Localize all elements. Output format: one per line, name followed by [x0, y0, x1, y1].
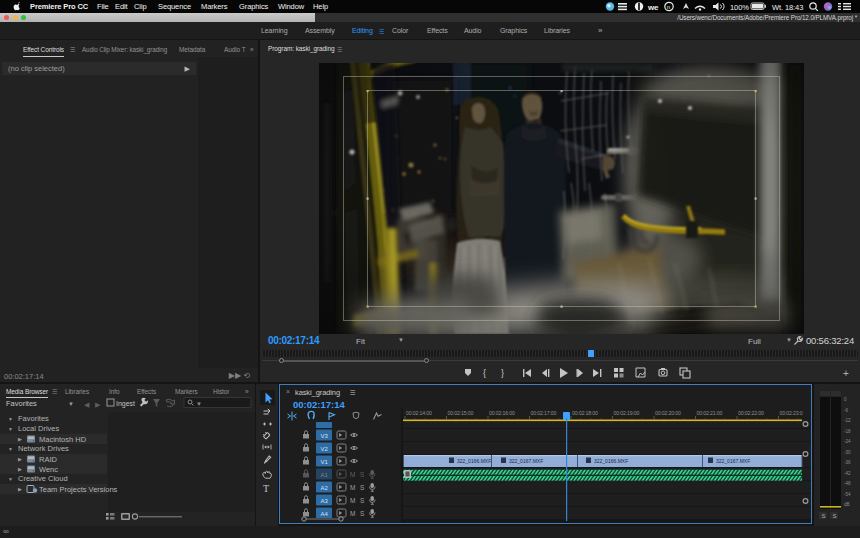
svg-text:▼: ▼	[196, 401, 202, 407]
svg-text:▶: ▶	[95, 401, 101, 408]
svg-text:-12: -12	[844, 418, 851, 423]
svg-text:-54: -54	[844, 492, 851, 497]
svg-text:Ingest: Ingest	[116, 400, 135, 408]
svg-text:Macintosh HD: Macintosh HD	[39, 435, 87, 444]
svg-text:-42: -42	[844, 471, 851, 476]
svg-text:V2: V2	[321, 446, 329, 452]
svg-text:-48: -48	[844, 481, 851, 486]
svg-text:Favorites: Favorites	[18, 414, 49, 423]
svg-text:we: we	[647, 3, 659, 12]
svg-text:▼: ▼	[8, 476, 13, 482]
svg-text:dB: dB	[844, 502, 850, 507]
svg-text:Team Projects Versions: Team Projects Versions	[39, 485, 118, 494]
svg-text:Wt. 18:43: Wt. 18:43	[772, 3, 803, 12]
svg-text:00:02:15:00: 00:02:15:00	[448, 410, 474, 416]
svg-text:▼: ▼	[68, 401, 74, 407]
svg-text:S: S	[360, 484, 365, 491]
svg-text:A4: A4	[321, 511, 329, 517]
svg-text:S: S	[822, 513, 826, 519]
svg-text:100%: 100%	[730, 3, 749, 12]
svg-text:00:02:21:00: 00:02:21:00	[697, 410, 723, 416]
svg-text:A2: A2	[321, 485, 329, 491]
svg-text:322_0167.MXF: 322_0167.MXF	[716, 458, 750, 464]
svg-text:00:02:20:00: 00:02:20:00	[655, 410, 681, 416]
svg-text:+: +	[843, 368, 849, 379]
svg-text:Local Drives: Local Drives	[18, 424, 60, 433]
svg-text:V3: V3	[321, 433, 329, 439]
svg-text:00:02:17:00: 00:02:17:00	[531, 410, 557, 416]
svg-text:00:02:16:00: 00:02:16:00	[489, 410, 515, 416]
svg-text:▶: ▶	[18, 456, 22, 462]
svg-text:-36: -36	[844, 460, 851, 465]
svg-text:▼: ▼	[8, 446, 13, 452]
svg-text:A1: A1	[321, 472, 329, 478]
svg-text:M: M	[350, 484, 355, 491]
svg-text:▼: ▼	[8, 416, 13, 422]
svg-text:-6: -6	[844, 408, 849, 413]
svg-text:S: S	[360, 471, 365, 478]
svg-text:-24: -24	[844, 439, 851, 444]
svg-text:S: S	[833, 513, 837, 519]
svg-text:M: M	[350, 471, 355, 478]
svg-text:Wenc: Wenc	[39, 465, 58, 474]
svg-text:T: T	[263, 483, 269, 494]
svg-text:-30: -30	[844, 450, 851, 455]
svg-text:▶: ▶	[18, 436, 22, 442]
svg-text:00:02:14:00: 00:02:14:00	[406, 410, 432, 416]
svg-text:V1: V1	[321, 459, 329, 465]
svg-text:S: S	[360, 510, 365, 517]
svg-text:▶: ▶	[18, 486, 22, 492]
svg-text:n: n	[667, 4, 670, 10]
svg-text:}: }	[501, 368, 504, 378]
svg-text:00:02:23:0: 00:02:23:0	[780, 410, 803, 416]
svg-text:{: {	[483, 368, 486, 378]
svg-text:322_0166.MXF: 322_0166.MXF	[594, 458, 628, 464]
svg-text:RAID: RAID	[39, 455, 58, 464]
svg-text:S: S	[360, 497, 365, 504]
svg-text:A3: A3	[321, 498, 329, 504]
svg-text:00:02:18:00: 00:02:18:00	[572, 410, 598, 416]
svg-text:▼: ▼	[8, 426, 13, 432]
svg-text:◀: ◀	[84, 401, 90, 408]
svg-text:Network Drives: Network Drives	[18, 444, 69, 453]
svg-text:M: M	[350, 510, 355, 517]
svg-text:Creative Cloud: Creative Cloud	[18, 474, 68, 483]
svg-text:Favorites: Favorites	[6, 399, 37, 408]
svg-text:0: 0	[844, 397, 847, 402]
svg-text:322_0166.MXF: 322_0166.MXF	[457, 458, 491, 464]
svg-text:322_0167.MXF: 322_0167.MXF	[509, 458, 543, 464]
svg-text:00:02:22:00: 00:02:22:00	[738, 410, 764, 416]
svg-text:▶: ▶	[18, 466, 22, 472]
svg-text:00:02:19:00: 00:02:19:00	[614, 410, 640, 416]
svg-text:-18: -18	[844, 429, 851, 434]
svg-text:M: M	[350, 497, 355, 504]
